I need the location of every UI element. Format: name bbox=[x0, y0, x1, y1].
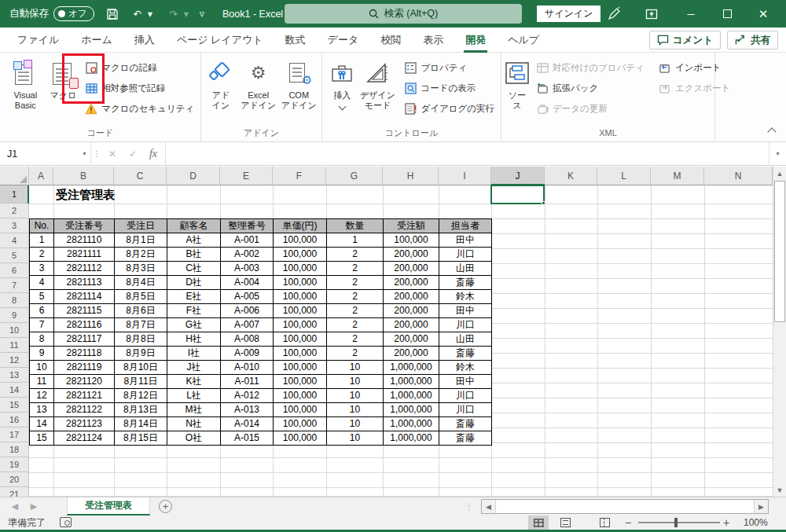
table-cell[interactable]: 2821110 bbox=[54, 233, 115, 248]
table-cell[interactable]: 2821113 bbox=[54, 276, 115, 290]
table-cell[interactable]: 2821111 bbox=[54, 248, 115, 262]
table-cell[interactable]: 単価(円) bbox=[274, 219, 327, 233]
row-header-20[interactable]: 20 bbox=[0, 472, 29, 487]
table-cell[interactable]: 数量 bbox=[327, 219, 384, 233]
table-cell[interactable]: 田中 bbox=[439, 304, 492, 318]
table-cell[interactable]: 2821123 bbox=[54, 417, 115, 431]
table-cell[interactable]: 14 bbox=[30, 417, 54, 431]
insert-control-button[interactable]: 挿入 bbox=[325, 56, 358, 125]
table-cell[interactable]: 10 bbox=[327, 417, 384, 431]
table-cell[interactable]: B社 bbox=[167, 248, 221, 262]
name-box-dropdown-icon[interactable]: ▾ bbox=[79, 142, 91, 165]
table-cell[interactable]: 200,000 bbox=[384, 276, 439, 290]
table-cell[interactable]: D社 bbox=[167, 276, 221, 290]
table-cell[interactable]: A-004 bbox=[221, 276, 274, 290]
minimize-button[interactable]: ─ bbox=[673, 0, 709, 28]
column-header-D[interactable]: D bbox=[167, 167, 220, 185]
table-cell[interactable]: 15 bbox=[30, 431, 54, 446]
row-header-5[interactable]: 5 bbox=[0, 248, 29, 263]
maximize-button[interactable] bbox=[709, 0, 745, 28]
ribbon-tab-9[interactable]: ヘルプ bbox=[497, 28, 550, 53]
row-header-10[interactable]: 10 bbox=[0, 323, 29, 338]
table-cell[interactable]: 2 bbox=[327, 332, 384, 347]
name-box[interactable]: J1 bbox=[0, 142, 79, 165]
expansion-packs-button[interactable]: 拡張パック bbox=[533, 79, 648, 97]
table-cell[interactable]: 2821119 bbox=[54, 361, 115, 375]
table-cell[interactable]: 8月5日 bbox=[115, 290, 167, 304]
table-cell[interactable]: 8月4日 bbox=[115, 276, 167, 290]
view-normal-button[interactable] bbox=[528, 515, 549, 530]
select-all-corner[interactable] bbox=[0, 167, 29, 185]
table-cell[interactable]: A-005 bbox=[221, 290, 274, 304]
table-cell[interactable]: 2821124 bbox=[54, 431, 115, 446]
table-cell[interactable]: 受注番号 bbox=[54, 219, 115, 233]
table-cell[interactable]: 2821121 bbox=[54, 389, 115, 403]
insert-function-icon[interactable]: fx bbox=[143, 148, 163, 160]
table-cell[interactable]: 200,000 bbox=[384, 318, 439, 332]
table-cell[interactable]: 100,000 bbox=[274, 233, 327, 248]
table-cell[interactable]: 斎藤 bbox=[439, 276, 492, 290]
row-header-18[interactable]: 18 bbox=[0, 442, 29, 457]
tabbar-splitter[interactable]: ⋮ bbox=[465, 497, 473, 515]
row-header-4[interactable]: 4 bbox=[0, 233, 29, 248]
table-cell[interactable]: 8月9日 bbox=[115, 347, 167, 361]
table-cell[interactable]: A-006 bbox=[221, 304, 274, 318]
row-header-14[interactable]: 14 bbox=[0, 383, 29, 398]
table-cell[interactable]: 200,000 bbox=[384, 262, 439, 276]
row-header-2[interactable]: 2 bbox=[0, 204, 29, 218]
table-cell[interactable]: A-001 bbox=[221, 233, 274, 248]
table-cell[interactable]: 10 bbox=[327, 403, 384, 417]
table-cell[interactable]: 2 bbox=[327, 304, 384, 318]
undo-dropdown-icon[interactable]: ▾ bbox=[146, 0, 154, 28]
autosave-toggle[interactable]: 自動保存 オフ bbox=[9, 0, 94, 28]
search-input[interactable]: 検索 (Alt+Q) bbox=[285, 4, 522, 24]
sheet-title-cell[interactable]: 受注管理表 bbox=[56, 185, 213, 204]
table-cell[interactable]: 13 bbox=[30, 403, 54, 417]
expand-formula-bar-icon[interactable]: ▾ bbox=[769, 142, 786, 165]
macro-recording-icon[interactable] bbox=[60, 517, 72, 527]
table-cell[interactable]: 川口 bbox=[439, 248, 492, 262]
table-cell[interactable]: 100,000 bbox=[274, 248, 327, 262]
table-cell[interactable]: 12 bbox=[30, 389, 54, 403]
table-cell[interactable]: 8月6日 bbox=[115, 304, 167, 318]
scroll-right-icon[interactable]: ▶ bbox=[754, 500, 768, 513]
column-header-B[interactable]: B bbox=[53, 167, 114, 185]
table-cell[interactable]: A-011 bbox=[221, 375, 274, 389]
row-header-3[interactable]: 3 bbox=[0, 218, 29, 233]
table-cell[interactable]: 8月8日 bbox=[115, 332, 167, 347]
ribbon-tab-7[interactable]: 表示 bbox=[412, 28, 454, 53]
table-cell[interactable]: L社 bbox=[167, 389, 221, 403]
view-code-button[interactable]: コードの表示 bbox=[401, 79, 498, 97]
row-header-8[interactable]: 8 bbox=[0, 293, 29, 308]
table-cell[interactable]: A-015 bbox=[221, 431, 274, 446]
column-header-K[interactable]: K bbox=[545, 167, 597, 185]
order-table[interactable]: No.受注番号受注日顧客名整理番号単価(円)数量受注額担当者128211108月… bbox=[29, 218, 492, 446]
row-header-11[interactable]: 11 bbox=[0, 338, 29, 353]
table-cell[interactable]: 1,000,000 bbox=[384, 361, 439, 375]
design-mode-button[interactable]: デザインモード bbox=[358, 56, 396, 125]
column-header-E[interactable]: E bbox=[220, 167, 273, 185]
table-cell[interactable]: 1 bbox=[327, 233, 384, 248]
table-cell[interactable]: 7 bbox=[30, 318, 54, 332]
table-cell[interactable]: 1,000,000 bbox=[384, 431, 439, 446]
ribbon-tab-2[interactable]: 挿入 bbox=[123, 28, 166, 53]
table-cell[interactable]: 100,000 bbox=[274, 361, 327, 375]
addins-button[interactable]: アドイン bbox=[204, 56, 237, 125]
horizontal-scrollbar[interactable]: ◀ ▶ bbox=[481, 499, 769, 514]
customize-qat-icon[interactable]: ▿ bbox=[198, 0, 206, 28]
row-header-19[interactable]: 19 bbox=[0, 457, 29, 472]
table-cell[interactable]: 100,000 bbox=[274, 318, 327, 332]
table-cell[interactable]: 200,000 bbox=[384, 304, 439, 318]
table-cell[interactable]: 2821122 bbox=[54, 403, 115, 417]
table-cell[interactable]: A-014 bbox=[221, 417, 274, 431]
table-cell[interactable]: 10 bbox=[327, 375, 384, 389]
row-header-13[interactable]: 13 bbox=[0, 368, 29, 383]
table-cell[interactable]: A-007 bbox=[221, 318, 274, 332]
sheet-nav-next-icon[interactable]: ▶ bbox=[25, 497, 42, 515]
row-header-16[interactable]: 16 bbox=[0, 413, 29, 427]
table-cell[interactable]: 山田 bbox=[439, 262, 492, 276]
table-cell[interactable]: A-010 bbox=[221, 361, 274, 375]
record-macro-button[interactable]: マクロの記録 bbox=[82, 58, 197, 77]
ribbon-tab-6[interactable]: 校閲 bbox=[369, 28, 412, 53]
column-header-A[interactable]: A bbox=[29, 167, 53, 185]
